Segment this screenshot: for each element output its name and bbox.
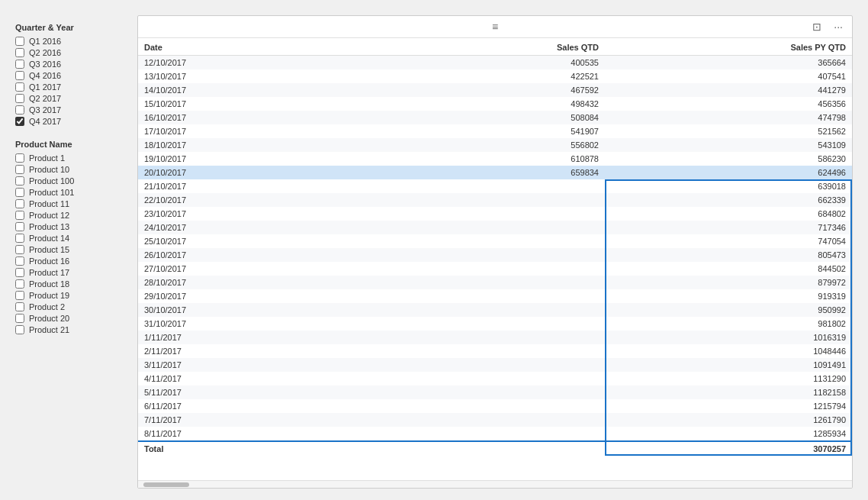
horizontal-scrollbar[interactable] xyxy=(138,480,852,488)
cell-sales-qtd xyxy=(385,207,605,221)
quarter-item-7[interactable]: Q4 2017 xyxy=(15,117,130,126)
quarter-checkbox-4[interactable] xyxy=(15,82,24,92)
product-item-11[interactable]: Product 18 xyxy=(15,279,130,289)
product-item-0[interactable]: Product 1 xyxy=(15,153,130,163)
product-checkbox-6[interactable] xyxy=(15,222,24,231)
product-item-14[interactable]: Product 20 xyxy=(15,314,130,323)
table-row[interactable]: 6/11/20171215794 xyxy=(138,399,852,413)
product-item-5[interactable]: Product 12 xyxy=(15,211,130,220)
cell-sales-py-qtd: 919319 xyxy=(605,289,852,303)
product-checkbox-3[interactable] xyxy=(15,188,24,197)
table-row[interactable]: 30/10/2017950992 xyxy=(138,303,852,317)
table-row[interactable]: 16/10/2017508084474798 xyxy=(138,111,852,124)
table-row[interactable]: 5/11/20171182158 xyxy=(138,385,852,399)
product-checkbox-0[interactable] xyxy=(15,153,24,163)
product-name-title: Product Name xyxy=(15,140,130,149)
product-label-4: Product 11 xyxy=(29,199,69,208)
quarter-item-3[interactable]: Q4 2016 xyxy=(15,71,130,80)
product-item-6[interactable]: Product 13 xyxy=(15,222,130,231)
quarter-item-6[interactable]: Q3 2017 xyxy=(15,105,130,115)
table-row[interactable]: 26/10/2017805473 xyxy=(138,248,852,262)
product-checkbox-14[interactable] xyxy=(15,314,24,323)
quarter-checkbox-3[interactable] xyxy=(15,71,24,80)
product-checkbox-4[interactable] xyxy=(15,199,24,208)
table-container[interactable]: Date Sales QTD Sales PY QTD 12/10/201740… xyxy=(138,38,852,480)
table-row[interactable]: 17/10/2017541907521562 xyxy=(138,124,852,138)
product-checkbox-2[interactable] xyxy=(15,176,24,185)
col-header-date: Date xyxy=(138,38,385,56)
quarter-item-1[interactable]: Q2 2016 xyxy=(15,48,130,57)
table-row[interactable]: 22/10/2017662339 xyxy=(138,193,852,207)
product-item-7[interactable]: Product 14 xyxy=(15,234,130,243)
quarter-checkbox-5[interactable] xyxy=(15,94,24,103)
cell-date: 30/10/2017 xyxy=(138,303,385,317)
product-item-8[interactable]: Product 15 xyxy=(15,245,130,254)
table-row[interactable]: 19/10/2017610878586230 xyxy=(138,152,852,166)
product-item-10[interactable]: Product 17 xyxy=(15,268,130,277)
table-row[interactable]: 31/10/2017981802 xyxy=(138,317,852,331)
cell-date: 27/10/2017 xyxy=(138,262,385,276)
table-row[interactable]: 20/10/2017659834624496 xyxy=(138,166,852,179)
product-item-12[interactable]: Product 19 xyxy=(15,291,130,300)
product-item-2[interactable]: Product 100 xyxy=(15,176,130,185)
expand-icon[interactable]: ⊡ xyxy=(809,19,825,34)
product-checkbox-8[interactable] xyxy=(15,245,24,254)
product-item-9[interactable]: Product 16 xyxy=(15,256,130,266)
product-checkbox-15[interactable] xyxy=(15,325,24,334)
cell-date: 23/10/2017 xyxy=(138,207,385,221)
quarter-checkbox-1[interactable] xyxy=(15,48,24,57)
cell-date: 22/10/2017 xyxy=(138,193,385,207)
hamburger-icon[interactable]: ≡ xyxy=(489,19,501,34)
table-row[interactable]: 25/10/2017747054 xyxy=(138,234,852,248)
table-row[interactable]: 8/11/20171285934 xyxy=(138,427,852,441)
table-row[interactable]: 15/10/2017498432456356 xyxy=(138,97,852,111)
table-row[interactable]: 2/11/20171048446 xyxy=(138,344,852,358)
table-row[interactable]: 7/11/20171261790 xyxy=(138,413,852,427)
table-row[interactable]: 12/10/2017400535365664 xyxy=(138,56,852,70)
table-row[interactable]: 14/10/2017467592441279 xyxy=(138,83,852,97)
table-row[interactable]: 4/11/20171131290 xyxy=(138,372,852,385)
table-row[interactable]: 21/10/2017639018 xyxy=(138,179,852,193)
header-center: ≡ xyxy=(489,19,501,34)
product-label-8: Product 15 xyxy=(29,245,69,254)
cell-sales-qtd: 498432 xyxy=(385,97,605,111)
product-checkbox-5[interactable] xyxy=(15,211,24,220)
quarter-checkbox-6[interactable] xyxy=(15,105,24,115)
more-options-icon[interactable]: ··· xyxy=(831,19,846,34)
quarter-item-2[interactable]: Q3 2016 xyxy=(15,60,130,69)
product-item-13[interactable]: Product 2 xyxy=(15,302,130,311)
quarter-item-5[interactable]: Q2 2017 xyxy=(15,94,130,103)
table-row[interactable]: 3/11/20171091491 xyxy=(138,358,852,372)
table-row[interactable]: 24/10/2017717346 xyxy=(138,221,852,234)
product-item-1[interactable]: Product 10 xyxy=(15,165,130,174)
table-row[interactable]: 18/10/2017556802543109 xyxy=(138,138,852,152)
cell-sales-qtd xyxy=(385,427,605,441)
product-checkbox-1[interactable] xyxy=(15,165,24,174)
product-item-4[interactable]: Product 11 xyxy=(15,199,130,208)
quarter-checkbox-0[interactable] xyxy=(15,37,24,46)
product-checkbox-11[interactable] xyxy=(15,279,24,289)
product-checkbox-7[interactable] xyxy=(15,234,24,243)
table-row[interactable]: 13/10/2017422521407541 xyxy=(138,69,852,83)
panel-header: ≡ ⊡ ··· xyxy=(138,16,852,38)
product-checkbox-10[interactable] xyxy=(15,268,24,277)
cell-sales-qtd: 400535 xyxy=(385,56,605,70)
table-row[interactable]: 28/10/2017879972 xyxy=(138,276,852,289)
product-checkbox-9[interactable] xyxy=(15,256,24,266)
cell-date: 15/10/2017 xyxy=(138,97,385,111)
product-checkbox-12[interactable] xyxy=(15,291,24,300)
product-checkbox-13[interactable] xyxy=(15,302,24,311)
quarter-checkbox-7[interactable] xyxy=(15,117,24,126)
quarter-checkbox-2[interactable] xyxy=(15,60,24,69)
quarter-item-4[interactable]: Q1 2017 xyxy=(15,82,130,92)
hscroll-thumb[interactable] xyxy=(143,482,189,487)
table-row[interactable]: 23/10/2017684802 xyxy=(138,207,852,221)
cell-date: 4/11/2017 xyxy=(138,372,385,385)
product-item-3[interactable]: Product 101 xyxy=(15,188,130,197)
table-row[interactable]: 29/10/2017919319 xyxy=(138,289,852,303)
quarter-item-0[interactable]: Q1 2016 xyxy=(15,37,130,46)
table-row[interactable]: 1/11/20171016319 xyxy=(138,331,852,344)
product-label-0: Product 1 xyxy=(29,153,65,163)
table-row[interactable]: 27/10/2017844502 xyxy=(138,262,852,276)
product-item-15[interactable]: Product 21 xyxy=(15,325,130,334)
